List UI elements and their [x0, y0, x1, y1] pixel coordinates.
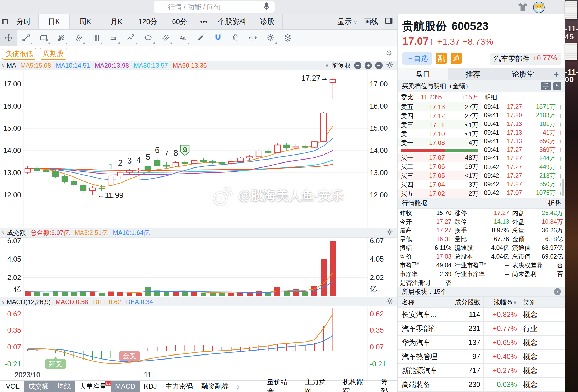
measure-icon[interactable] [105, 30, 122, 46]
transaction-row[interactable]: 09:4117.1341万↑ [481, 128, 565, 137]
trash-icon[interactable] [227, 30, 244, 46]
ask-row[interactable]: 卖一17.084万 [398, 138, 481, 147]
gann-fan-icon[interactable] [52, 30, 70, 46]
lots-toggle[interactable]: 手 [541, 82, 551, 90]
period-tab-120分[interactable]: 120分 [132, 14, 164, 29]
transaction-row[interactable]: 09:4217.071075万↓ [481, 189, 565, 197]
collapse-icon[interactable]: ∨ [2, 299, 5, 305]
pitchfork-icon[interactable] [70, 30, 87, 46]
collapse-icon[interactable]: ∨ [2, 230, 5, 236]
ellipse-icon[interactable] [139, 30, 157, 46]
pencil-icon[interactable] [192, 30, 209, 46]
ask-row[interactable]: 卖二17.10<1万 [398, 129, 481, 138]
period-tab-周K[interactable]: 周K [70, 14, 101, 29]
indicator-tab-MACD[interactable]: MACD [111, 381, 140, 392]
period-tab-个股资料[interactable]: 个股资料 [212, 14, 252, 29]
bid-row[interactable]: 买五17.022万 [398, 189, 481, 198]
watchlist-button[interactable]: －自选 [402, 52, 432, 65]
collapse-button[interactable]: 折叠 [548, 199, 561, 207]
bid-row[interactable]: 买四17.043万 [398, 180, 481, 189]
text-icon[interactable]: Aa [174, 30, 192, 46]
transaction-row[interactable]: 09:4217.27449万↓ [481, 163, 565, 171]
tags-gear-icon[interactable] [385, 49, 397, 58]
analysis-tab-主力意图[interactable]: 主力意图 [301, 381, 333, 392]
bid-row[interactable]: 买二17.0619万 [398, 162, 481, 171]
bid-row[interactable]: 买一17.0748万 [398, 153, 481, 162]
add-tab-button[interactable]: + [548, 68, 565, 80]
scrollbar-thumb[interactable] [562, 179, 564, 196]
hatch-icon[interactable] [157, 30, 174, 46]
volume-gear-icon[interactable] [386, 228, 397, 237]
period-tab-诊股[interactable]: 诊股 [252, 14, 283, 29]
transaction-row[interactable]: 09:4117.202103万↓ [481, 111, 565, 120]
trend-line-icon[interactable] [17, 30, 35, 46]
transaction-row[interactable]: 09:4117.271671万↓ [481, 102, 565, 111]
analysis-tab-量价结合[interactable]: 量价结合 [263, 381, 295, 392]
layers-icon[interactable] [279, 30, 296, 46]
panel-tab-论股堂[interactable]: 论股堂 [498, 68, 548, 80]
mic-icon[interactable] [262, 2, 271, 12]
zigzag-icon[interactable] [122, 30, 139, 46]
display-menu[interactable]: 显示 ∨ [337, 17, 357, 26]
zoom-in-icon[interactable]: + [365, 62, 372, 69]
margin-badge[interactable]: 融 [436, 53, 447, 64]
h-expand-icon[interactable] [244, 30, 262, 46]
volume-chart[interactable]: 6.076.074.054.052.022.02亿亿 [0, 238, 397, 297]
panel-right-icon[interactable] [385, 17, 393, 27]
gear-icon[interactable] [262, 30, 279, 46]
connect-badge[interactable]: 通 [451, 53, 462, 64]
tshirt-icon[interactable] [517, 2, 528, 13]
indicator-tab-融资融券[interactable]: 融资融券 [197, 381, 233, 392]
indicator-tab-VOL[interactable]: VOL [2, 381, 24, 392]
move-icon[interactable] [0, 30, 17, 46]
price-chart[interactable]: 17.0017.0016.0016.0015.0015.0014.0014.00… [0, 70, 397, 228]
analysis-tab-机构跟踪[interactable]: 机构跟踪 [339, 381, 370, 392]
ask-row[interactable]: 卖三17.11<1万 [398, 120, 481, 129]
panel-left-icon[interactable] [0, 14, 9, 29]
vertical-lines-icon[interactable] [87, 30, 105, 46]
user-avatar[interactable] [533, 2, 544, 13]
sector-row[interactable]: 长安汽车...114+0.82%概念 [398, 308, 565, 322]
sector-row[interactable]: 汽车零部件231+0.77%行业 [398, 322, 565, 336]
industry-chip[interactable]: 汽车零部件+0.77% [490, 53, 561, 65]
collapse-chart-icon[interactable]: − [375, 62, 383, 69]
draw-line-button[interactable]: 画线 [364, 17, 378, 26]
period-tab-•••[interactable]: ••• [195, 14, 212, 29]
transaction-row[interactable]: 09:4217.27550万↓ [481, 180, 565, 189]
period-tab-日K[interactable]: 日K [39, 14, 70, 29]
period-tab-月K[interactable]: 月K [101, 14, 132, 29]
depth-toggle[interactable]: 5 [553, 82, 561, 90]
indicator-tab-KDJ[interactable]: KDJ [140, 381, 161, 392]
magnet-icon[interactable] [209, 30, 227, 46]
stock-tag[interactable]: 周期股 [40, 48, 67, 60]
sector-row[interactable]: 汽车热管理97+0.40%概念 [398, 350, 565, 364]
transaction-row[interactable]: 09:4117.13650万↑ [481, 137, 565, 146]
transaction-row[interactable]: 09:4217.27213万↓ [481, 171, 565, 180]
info-icon[interactable]: i [554, 288, 561, 295]
sector-row[interactable]: 华为汽车137+0.65%概念 [398, 336, 565, 350]
transaction-row[interactable]: 09:4117.27244万↓ [481, 154, 565, 163]
period-tab-分时[interactable]: 分时 [9, 14, 39, 29]
sector-row[interactable]: 高端装备230-0.03%概念 [398, 378, 565, 392]
panel-tab-盘口[interactable]: 盘口 [398, 68, 448, 80]
analysis-tab-筹码[interactable]: 筹码 [377, 381, 397, 392]
transaction-row[interactable]: 09:4117.27369万↑ [481, 146, 565, 154]
adjust-mode-label[interactable]: 前复权 [332, 61, 351, 70]
period-tab-60分[interactable]: 60分 [164, 14, 195, 29]
bid-row[interactable]: 买三17.05<1万 [398, 171, 481, 180]
indicator-tab-成交额[interactable]: 成交额 [24, 381, 53, 392]
ask-row[interactable]: 卖四17.1227万 [398, 111, 481, 120]
indicator-tab-大单净量[interactable]: 大单净量L2 [75, 381, 111, 392]
ma-gear-icon[interactable] [386, 61, 394, 70]
indicator-tab-主力密码[interactable]: 主力密码 [161, 381, 197, 392]
panel-tab-推荐[interactable]: 推荐 [448, 68, 498, 80]
sector-row[interactable]: 新能源汽车717+0.27%概念 [398, 364, 565, 378]
collapse-icon[interactable]: ∨ [2, 63, 5, 68]
stock-tag[interactable]: 负债很低 [2, 48, 36, 60]
indicator-tab-均线[interactable]: 均线 [53, 381, 75, 392]
macd-chart[interactable]: 0.620.620.350.350.070.07-0.21-0.21死叉金叉20… [0, 306, 397, 380]
zoom-out-icon[interactable]: − [354, 62, 361, 69]
macd-gear-icon[interactable] [386, 297, 397, 307]
rect-icon[interactable] [35, 30, 52, 46]
transaction-row[interactable]: 09:4117.13101万↓ [481, 120, 565, 128]
